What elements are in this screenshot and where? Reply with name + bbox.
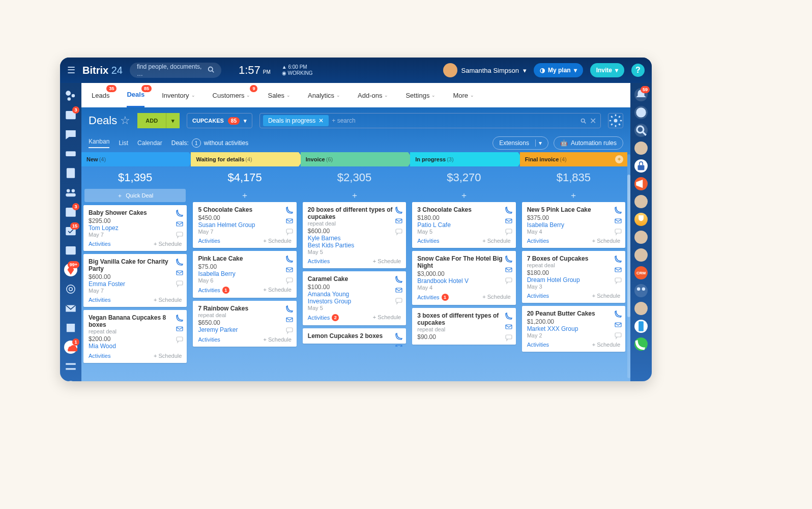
- quick-deal-button[interactable]: ＋Quick Deal: [84, 189, 186, 202]
- filter-bar[interactable]: Deals in progress ✕ + search ✕: [259, 113, 601, 128]
- lock-icon[interactable]: [634, 159, 648, 173]
- card-link[interactable]: Amanda Young: [308, 291, 401, 298]
- search-icon[interactable]: [580, 116, 587, 126]
- skype-icon[interactable]: [634, 106, 648, 119]
- avatar[interactable]: [634, 248, 648, 262]
- search-icon[interactable]: [634, 124, 648, 137]
- view-calendar[interactable]: Calendar: [137, 139, 162, 147]
- add-card-button[interactable]: ＋: [520, 189, 627, 202]
- card-link[interactable]: Isabella Berry: [527, 221, 620, 229]
- invite-button[interactable]: Invite ▾: [590, 63, 624, 77]
- tab-analytics[interactable]: Analytics ⌄: [308, 83, 340, 107]
- phone-icon[interactable]: [614, 310, 622, 318]
- schedule-link[interactable]: + Schedule: [482, 294, 510, 301]
- tab-more[interactable]: More ⌄: [453, 83, 474, 107]
- mail-icon[interactable]: [285, 266, 294, 274]
- card-link[interactable]: Jeremy Parker: [198, 326, 291, 333]
- chat-icon[interactable]: [176, 231, 184, 239]
- deals-without-activities[interactable]: Deals: 1 without activities: [171, 138, 248, 148]
- chat-icon[interactable]: [505, 228, 513, 236]
- add-button[interactable]: ADD▾: [137, 113, 180, 128]
- card-link[interactable]: Investors Group: [308, 298, 401, 305]
- deal-card[interactable]: 7 Boxes of Cupcakesrepeat deal$180.00Dre…: [522, 251, 625, 303]
- deal-card[interactable]: 20 Peanut Butter Cakes$1,200.00Market XX…: [522, 306, 625, 352]
- tab-deals[interactable]: Deals85: [127, 83, 144, 107]
- deal-card[interactable]: Lemon Cupcakes 2 boxes: [303, 328, 406, 344]
- activities-link[interactable]: Activities: [89, 241, 110, 247]
- bell-icon[interactable]: 59: [634, 88, 648, 101]
- close-icon[interactable]: ✕: [590, 116, 596, 126]
- activities-link[interactable]: Activities: [417, 238, 439, 244]
- close-icon[interactable]: ✕: [318, 117, 324, 124]
- schedule-link[interactable]: + Schedule: [373, 314, 401, 321]
- card-link[interactable]: Susan Helmet Group: [198, 221, 291, 229]
- book-icon[interactable]: [64, 321, 77, 334]
- mail-icon[interactable]: [505, 266, 513, 274]
- chat-icon[interactable]: [395, 228, 403, 236]
- activities-link[interactable]: Activities: [89, 297, 110, 303]
- chat-icon[interactable]: [285, 228, 294, 236]
- filter-tag[interactable]: Deals in progress ✕: [263, 115, 329, 126]
- phone-icon[interactable]: [395, 275, 403, 284]
- card-link[interactable]: Isabella Berry: [198, 270, 291, 277]
- add-card-button[interactable]: ＋: [191, 189, 298, 202]
- phone-icon[interactable]: [505, 206, 513, 214]
- phone-out-icon[interactable]: [634, 320, 648, 333]
- chat-icon[interactable]: [285, 276, 294, 285]
- add-card-button[interactable]: ＋: [301, 189, 408, 202]
- mail-icon[interactable]: [614, 217, 622, 225]
- my-plan-button[interactable]: ◑ My plan ▾: [534, 63, 583, 77]
- deal-card[interactable]: 20 boxes of different types of cupcakesr…: [303, 202, 406, 268]
- schedule-link[interactable]: + Schedule: [154, 241, 182, 247]
- phone-icon[interactable]: [176, 209, 184, 217]
- card-link[interactable]: Best Kids Parties: [308, 242, 401, 249]
- deal-card[interactable]: 3 Chocolate Cakes$180.00Patio L CafeMay …: [412, 202, 515, 248]
- dial-icon[interactable]: [634, 337, 648, 351]
- crm-icon[interactable]: 99+: [64, 263, 77, 276]
- tab-inventory[interactable]: Inventory ⌄: [162, 83, 195, 107]
- sliders-icon[interactable]: [64, 360, 77, 373]
- tab-settings[interactable]: Settings ⌄: [405, 83, 436, 107]
- mail-icon[interactable]: [505, 323, 513, 331]
- cloud-icon[interactable]: 1: [64, 341, 77, 354]
- mail-icon[interactable]: [614, 321, 622, 329]
- deal-card[interactable]: 3 boxes of different types of cupcakesre…: [412, 308, 515, 345]
- deal-card[interactable]: New 5 Pink Lace Cake$375.00Isabella Berr…: [522, 202, 625, 248]
- avatar[interactable]: [634, 142, 648, 155]
- activities-link[interactable]: Activities 1: [417, 294, 448, 301]
- chevron-down-icon[interactable]: ▾: [166, 113, 180, 128]
- mail-icon[interactable]: [614, 266, 622, 274]
- tab-add-ons[interactable]: Add-ons ⌄: [358, 83, 388, 107]
- activities-link[interactable]: Activities 2: [308, 314, 339, 321]
- deal-card[interactable]: Baby Shower Cakes$295.00Tom LopezMay 7Ac…: [83, 205, 187, 251]
- chat-icon[interactable]: [64, 128, 77, 141]
- card-link[interactable]: Patio L Cafe: [417, 221, 510, 229]
- phone-icon[interactable]: [614, 255, 622, 263]
- deal-card[interactable]: 5 Chocolate Cakes$450.00Susan Helmet Gro…: [193, 202, 296, 248]
- chat-icon[interactable]: [614, 331, 622, 340]
- deal-card[interactable]: Snow Cake For The Hotel Big Night$3,000.…: [412, 251, 515, 305]
- crm-badge[interactable]: CRM: [634, 266, 648, 279]
- mail-icon[interactable]: [176, 269, 184, 277]
- phone-icon[interactable]: [614, 206, 622, 214]
- phone-icon[interactable]: [285, 255, 294, 263]
- chat-icon[interactable]: [176, 279, 184, 288]
- activities-link[interactable]: Activities: [527, 342, 549, 348]
- card-link[interactable]: Dream Hotel Group: [527, 276, 620, 284]
- tab-customers[interactable]: Customers ⌄9: [213, 83, 251, 107]
- hamburger-icon[interactable]: ☰: [67, 65, 75, 76]
- group-icon[interactable]: [64, 186, 77, 199]
- phone-icon[interactable]: [395, 332, 403, 341]
- user-menu[interactable]: Samantha Simpson ▾: [443, 63, 527, 77]
- activities-link[interactable]: Activities 1: [198, 287, 229, 294]
- card-icon[interactable]: 3: [64, 108, 77, 122]
- star-icon[interactable]: ☆: [120, 114, 130, 127]
- settings-button[interactable]: [608, 113, 623, 128]
- schedule-link[interactable]: + Schedule: [482, 238, 510, 244]
- phone-icon[interactable]: [176, 258, 184, 266]
- deal-card[interactable]: 7 Rainbow Cakesrepeat deal$650.00Jeremy …: [193, 301, 296, 347]
- doc-icon[interactable]: [64, 166, 77, 180]
- schedule-link[interactable]: + Schedule: [154, 353, 182, 359]
- scrollbar[interactable]: [627, 154, 630, 378]
- check-icon[interactable]: [64, 379, 77, 381]
